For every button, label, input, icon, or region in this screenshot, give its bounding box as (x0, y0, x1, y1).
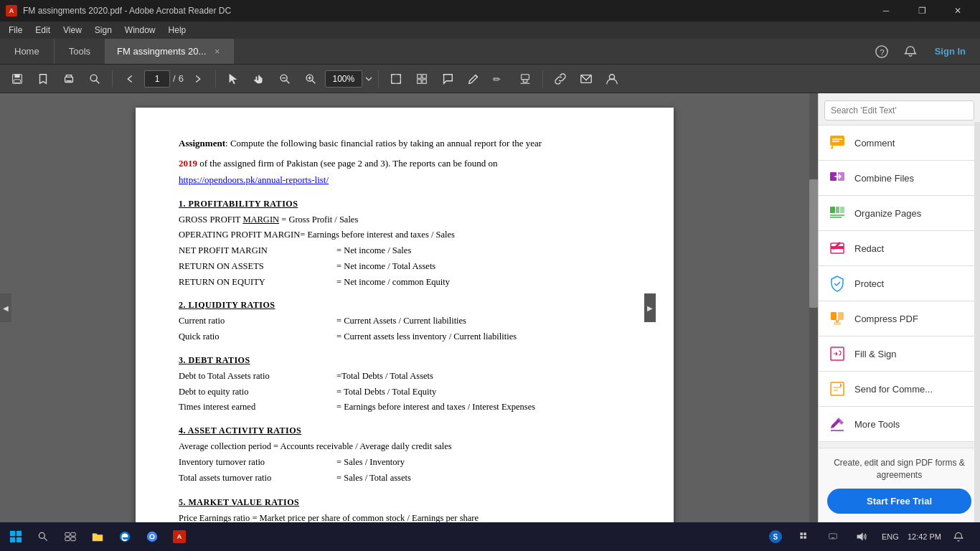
rp-item-send[interactable]: Send for Comme... (819, 372, 980, 407)
zoom-dropdown-icon[interactable] (365, 77, 372, 81)
left-panel-toggle[interactable]: ◀ (0, 293, 11, 322)
right-panel-scrollbar[interactable] (974, 122, 980, 522)
svg-point-6 (90, 75, 97, 81)
print-icon (62, 72, 75, 85)
menu-edit[interactable]: Edit (29, 24, 56, 37)
notification-icon-button[interactable] (900, 42, 920, 62)
page-number-input[interactable] (144, 70, 170, 88)
hand-tool-button[interactable] (248, 67, 270, 90)
edit-text-search[interactable] (824, 100, 974, 121)
menu-file[interactable]: File (3, 24, 28, 37)
svg-text:✏: ✏ (493, 75, 501, 85)
taskbar-adobe-button[interactable]: A (166, 524, 192, 550)
section2-header: 2. LIQUIDITY RATIOS (179, 298, 631, 311)
help-icon-button[interactable]: ? (872, 42, 892, 62)
tab-active[interactable]: FM assingments 20... × (105, 39, 234, 64)
pdf-scroll[interactable]: Assignment: Compute the following basic … (0, 93, 809, 522)
rp-item-fill-sign[interactable]: Fill & Sign (819, 336, 980, 372)
itr-value: = Sales / Inventory (336, 456, 631, 469)
taskbar-explorer-button[interactable] (85, 524, 110, 550)
right-panel-search (819, 93, 980, 126)
search-button[interactable] (83, 67, 106, 90)
start-trial-button[interactable]: Start Free Trial (827, 489, 971, 514)
npm-label: NET PROFIT MARGIN (179, 244, 336, 258)
report-link[interactable]: https://opendoors.pk/annual-reports-list… (179, 174, 329, 185)
pen-icon (467, 72, 480, 85)
right-panel-toggle[interactable]: ▶ (644, 293, 656, 322)
more-tools-icon-container (827, 414, 847, 434)
combine-tool-label: Combine Files (854, 173, 914, 184)
comment-toolbar-button[interactable] (436, 67, 459, 90)
taskbar-notification-button[interactable] (946, 524, 971, 550)
print-button[interactable] (57, 67, 80, 90)
user-button[interactable] (600, 67, 623, 90)
prev-page-icon (123, 72, 136, 85)
rp-item-redact[interactable]: Redact (819, 231, 980, 266)
tab-active-label: FM assingments 20... (117, 46, 206, 57)
stamp-button[interactable] (514, 67, 537, 90)
menu-window[interactable]: Window (119, 24, 161, 37)
svg-rect-26 (830, 136, 844, 146)
pdf-scrollbar[interactable] (809, 93, 818, 522)
menu-sign[interactable]: Sign (89, 24, 118, 37)
tab-close-button[interactable]: × (212, 45, 222, 58)
rp-item-combine[interactable]: Combine Files (819, 161, 980, 196)
close-button[interactable]: ✕ (941, 0, 974, 22)
rp-item-comment[interactable]: Comment (819, 126, 980, 161)
de-label: Debt to equity ratio (179, 385, 336, 399)
more-tools-tool-label: More Tools (854, 419, 900, 430)
view-mode-icon (415, 72, 428, 85)
pdf-page: Assignment: Compute the following basic … (136, 108, 674, 522)
tab-tools-label: Tools (69, 46, 90, 57)
roa-value: = Net income / Total Assets (336, 260, 631, 273)
taskbar-search-button[interactable] (30, 524, 56, 550)
zoom-out-button[interactable] (273, 67, 296, 90)
rp-item-organize[interactable]: Organize Pages (819, 196, 980, 231)
minimize-button[interactable]: ─ (870, 0, 903, 22)
email-button[interactable] (575, 67, 598, 90)
rp-item-compress[interactable]: Compress PDF (819, 301, 980, 336)
cr-row: Current ratio = Current Assets / Current… (179, 314, 631, 328)
taskbar-edge-button[interactable] (112, 524, 138, 550)
select-tool-button[interactable] (222, 67, 245, 90)
taskbar-chrome-button[interactable] (139, 524, 165, 550)
svg-rect-39 (831, 312, 837, 320)
save-button[interactable] (6, 67, 29, 90)
taskbar-taskview-button[interactable] (57, 524, 83, 550)
restore-button[interactable]: ❐ (905, 0, 938, 22)
next-page-button[interactable] (187, 67, 209, 90)
rp-item-more-tools[interactable]: More Tools (819, 407, 980, 442)
pdf-scrollbar-thumb[interactable] (809, 179, 818, 308)
taskbar-clock[interactable]: 12:42 PM (908, 532, 941, 542)
prev-page-button[interactable] (118, 67, 141, 90)
menu-help[interactable]: Help (163, 24, 192, 37)
highlight-button[interactable]: ✏ (488, 67, 511, 90)
npm-row: NET PROFIT MARGIN = Net income / Sales (179, 244, 631, 258)
svg-rect-46 (17, 531, 22, 536)
fit-page-button[interactable] (385, 67, 407, 90)
pen-button[interactable] (462, 67, 485, 90)
sign-in-button[interactable]: Sign In (929, 43, 971, 60)
taskbar-s-badge[interactable]: S (763, 524, 788, 550)
gpm-label: GROSS PROFIT MARGIN = Gross Profit / Sal… (179, 213, 358, 227)
taskbar-volume-icon[interactable] (849, 524, 875, 550)
svg-text:?: ? (880, 47, 885, 56)
zoom-in-button[interactable] (299, 67, 322, 90)
start-button[interactable] (3, 524, 29, 550)
svg-rect-17 (418, 74, 421, 77)
menu-view[interactable]: View (57, 24, 88, 37)
view-mode-button[interactable] (410, 67, 433, 90)
title-bar-text: FM assingments 2020.pdf - Adobe Acrobat … (23, 6, 231, 16)
per-row: Price Earnings ratio = Market price per … (179, 512, 631, 522)
rp-item-protect[interactable]: Protect (819, 266, 980, 301)
zoom-input[interactable] (325, 70, 362, 88)
bookmark-button[interactable] (32, 67, 55, 90)
taskbar-keyboard-icon[interactable] (820, 524, 846, 550)
tab-tools[interactable]: Tools (55, 39, 105, 64)
link-button[interactable] (549, 67, 572, 90)
tab-home[interactable]: Home (0, 39, 55, 64)
taskbar-language-indicator[interactable]: ENG (877, 524, 903, 550)
taskbar-grid-icon[interactable] (791, 524, 817, 550)
fill-sign-tool-icon (829, 345, 846, 362)
tab-bar-right: ? Sign In (872, 39, 980, 64)
